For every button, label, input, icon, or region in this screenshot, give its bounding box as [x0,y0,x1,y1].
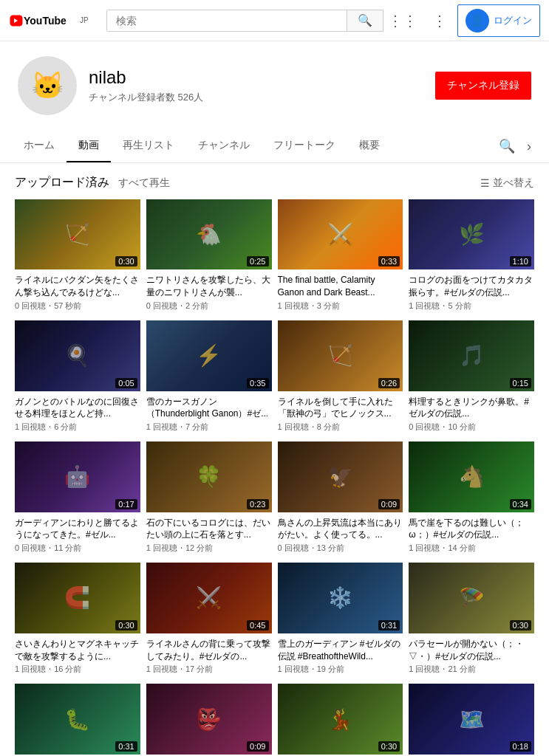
thumbnail-wrapper: 🪂 0:30 [409,563,534,633]
video-card[interactable]: 🍀 0:23 石の下にいるコログには、だいたい頭の上に石を落とす... 1 回視… [146,441,272,554]
content-area: アップロード済み すべて再生 ☰ 並べ替え 🏹 0:30 ライネルにバクダン矢を… [0,163,549,756]
person-icon: 👤 [470,13,485,27]
section-sub[interactable]: すべて再生 [118,176,170,190]
video-card[interactable]: 👺 0:09 ボコブリンマスクをかぶると においを嗅がれる（；▽・）... 1 … [146,684,272,756]
subscribe-button[interactable]: チャンネル登録 [435,72,531,100]
video-card[interactable]: 🗺️ 0:18 過去200時間まで記録されるマップの足跡モード。序盤... 0 … [409,684,534,756]
svg-text:YouTube: YouTube [24,15,67,27]
video-meta: 0 回視聴・2 分前 [146,300,272,312]
video-card[interactable]: 🦅 0:09 鳥さんの上昇気流は本当にありがたい。よく使ってる。... 0 回視… [278,441,403,554]
video-card[interactable]: 🐔 0:25 ニワトリさんを攻撃したら、大量のニワトリさんが襲... 0 回視聴… [146,199,272,312]
duration-badge: 0:15 [510,378,531,388]
video-title: ライネルを倒して手に入れた「獣神の弓」でヒノックス... [278,396,403,421]
grid-menu-button[interactable]: ⋮⋮ [383,7,422,34]
video-meta: 1 回視聴・12 分前 [146,543,272,554]
thumbnail-wrapper: 🍀 0:23 [146,441,272,512]
video-meta: 1 回視聴・17 分前 [146,664,272,675]
channel-search-icon[interactable]: 🔍 [493,132,521,160]
video-card[interactable]: 🍳 0:05 ガノンとのバトルなのに回復させる料理をほとんど持... 1 回視聴… [15,320,140,433]
tab-channels[interactable]: チャンネル [186,130,262,162]
thumbnail-wrapper: 🤖 0:17 [15,441,140,512]
duration-badge: 0:09 [378,499,400,509]
search-icon: 🔍 [358,14,372,27]
video-meta: 0 回視聴・11 分前 [15,543,140,554]
channel-name: nilab [89,67,423,88]
filter-icon: ☰ [480,177,490,189]
video-meta: 0 回視聴・10 分前 [409,422,534,433]
thumbnail-wrapper: 👺 0:09 [146,684,272,754]
duration-badge: 0:18 [510,741,531,752]
sort-button[interactable]: ☰ 並べ替え [480,176,534,190]
youtube-logo-icon: YouTube [9,13,75,28]
video-card[interactable]: 💃 0:30 踊りたいボックリンさん。#ゼルダの伝説... 1 回視聴・26 分… [278,684,403,756]
duration-badge: 0:31 [378,620,400,630]
login-button[interactable]: 👤 ログイン [457,4,540,37]
video-meta: 1 回視聴・6 分前 [15,422,140,433]
video-title: The final battle, Calamity Ganon and Dar… [278,274,403,299]
tab-home[interactable]: ホーム [12,130,67,162]
tab-videos[interactable]: 動画 [67,130,111,162]
thumbnail-wrapper: 🐛 0:31 [15,684,140,754]
video-meta: 1 回視聴・21 分前 [409,664,534,675]
search-bar: 🔍 [106,10,383,32]
video-card[interactable]: 🪂 0:30 パラセールが開かない（；・▽・）#ゼルダの伝説... 1 回視聴・… [409,563,534,675]
video-title: さいきんわりとマグネキャッチで敵を攻撃するように... [15,638,140,663]
video-title: ライネルにバクダン矢をたくさん撃ち込んでみるけどな... [15,274,140,299]
duration-badge: 0:31 [115,741,137,752]
video-title: ガーディアンにわりと勝てるようになってきた。#ゼル... [15,517,140,542]
video-card[interactable]: 🧲 0:30 さいきんわりとマグネキャッチで敵を攻撃するように... 1 回視聴… [15,563,140,675]
video-title: 石の下にいるコログには、だいたい頭の上に石を落とす... [146,517,272,542]
video-card[interactable]: ❄️ 0:31 雪上のガーディアン #ゼルダの伝説 #BreathoftheWi… [278,563,403,675]
nav-arrow-icon[interactable]: › [521,133,537,160]
thumbnail-wrapper: 🧲 0:30 [15,563,140,633]
duration-badge: 0:17 [115,499,137,509]
video-title: 料理するときリンクが鼻歌。#ゼルダの伝説... [409,396,534,421]
duration-badge: 0:05 [115,378,137,388]
sort-label: 並べ替え [493,176,534,190]
logo-area: YouTube JP [9,13,89,28]
video-card[interactable]: 🐛 0:31 モルドラジークも砂の上に出てきてくれればそんなに手... 1 回視… [15,684,140,756]
thumbnail-wrapper: 🐔 0:25 [146,199,272,269]
duration-badge: 0:25 [247,256,268,267]
thumbnail-wrapper: 🏹 0:30 [15,199,140,269]
video-title: 馬で崖を下るのは難しい（；ω；）#ゼルダの伝説... [409,517,534,542]
video-card[interactable]: 🌿 1:10 コログのお面をつけてカタカタ振らす。#ゼルダの伝説... 1 回視… [409,199,534,312]
video-card[interactable]: 🐴 0:34 馬で崖を下るのは難しい（；ω；）#ゼルダの伝説... 1 回視聴・… [409,441,534,554]
header-actions: ⋮⋮ ⋮ 👤 ログイン [383,4,540,37]
duration-badge: 0:33 [378,256,400,267]
tab-freetalk[interactable]: フリートーク [262,130,347,162]
thumbnail-wrapper: 🎵 0:15 [409,320,534,391]
video-title: ニワトリさんを攻撃したら、大量のニワトリさんが襲... [146,274,272,299]
video-meta: 1 回視聴・19 分前 [278,664,403,675]
avatar-icon: 👤 [466,9,489,32]
video-card[interactable]: 🏹 0:30 ライネルにバクダン矢をたくさん撃ち込んでみるけどな... 0 回視… [15,199,140,312]
video-card[interactable]: ⚔️ 0:33 The final battle, Calamity Ganon… [278,199,403,312]
video-meta: 1 回視聴・5 分前 [409,300,534,312]
channel-header: 🐱 nilab チャンネル登録者数 526人 チャンネル登録 [0,41,549,130]
thumbnail-wrapper: ⚔️ 0:33 [278,199,403,269]
video-grid: 🏹 0:30 ライネルにバクダン矢をたくさん撃ち込んでみるけどな... 0 回視… [15,199,534,756]
more-options-button[interactable]: ⋮ [428,7,451,34]
thumbnail-wrapper: 🌿 1:10 [409,199,534,269]
channel-info: nilab チャンネル登録者数 526人 [89,67,423,104]
thumbnail-wrapper: 💃 0:30 [278,684,403,754]
tab-playlists[interactable]: 再生リスト [111,130,186,162]
video-card[interactable]: ⚡ 0:35 雪のカースガノン（Thunderblight Ganon）#ゼ..… [146,320,272,433]
video-title: コログのお面をつけてカタカタ振らす。#ゼルダの伝説... [409,274,534,299]
video-card[interactable]: 🏹 0:26 ライネルを倒して手に入れた「獣神の弓」でヒノックス... 1 回視… [278,320,403,433]
login-label: ログイン [494,14,532,27]
section-header: アップロード済み すべて再生 ☰ 並べ替え [15,175,534,190]
video-card[interactable]: ⚔️ 0:45 ライネルさんの背に乗って攻撃してみたり。#ゼルダの... 1 回… [146,563,272,675]
thumbnail-wrapper: ⚡ 0:35 [146,320,272,391]
thumbnail-wrapper: 🦅 0:09 [278,441,403,512]
video-card[interactable]: 🎵 0:15 料理するときリンクが鼻歌。#ゼルダの伝説... 0 回視聴・10 … [409,320,534,433]
duration-badge: 0:30 [378,741,400,752]
video-title: パラセールが開かない（；・▽・）#ゼルダの伝説... [409,638,534,663]
search-input[interactable] [107,10,347,31]
search-button[interactable]: 🔍 [347,10,383,31]
channel-avatar-emoji: 🐱 [31,70,64,101]
video-meta: 1 回視聴・3 分前 [278,300,403,312]
video-card[interactable]: 🤖 0:17 ガーディアンにわりと勝てるようになってきた。#ゼル... 0 回視… [15,441,140,554]
tab-about[interactable]: 概要 [347,130,392,162]
thumbnail-wrapper: ⚔️ 0:45 [146,563,272,633]
